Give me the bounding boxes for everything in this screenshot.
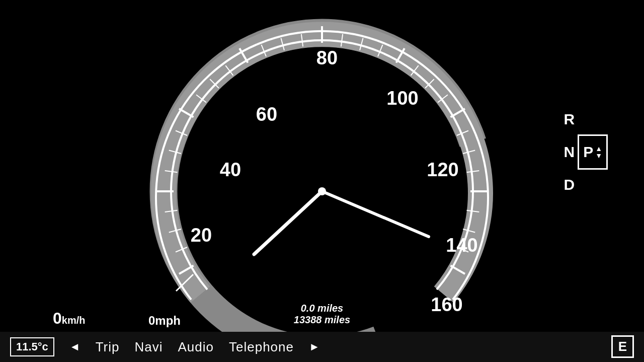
total-distance: 13388 miles <box>294 314 350 326</box>
nav-prev-button[interactable]: ◄ <box>69 340 80 353</box>
svg-text:20: 20 <box>191 225 212 246</box>
svg-text:100: 100 <box>386 88 418 109</box>
dashboard: 20 40 60 80 100 120 140 160 <box>0 0 644 362</box>
odometer-display: 0.0 miles 13388 miles <box>294 303 350 326</box>
gear-p-label: P <box>583 137 593 167</box>
svg-text:120: 120 <box>427 159 458 180</box>
gear-d: D <box>564 170 608 200</box>
trip-button[interactable]: Trip <box>96 339 120 355</box>
navi-button[interactable]: Navi <box>134 339 163 355</box>
gear-r: R <box>564 104 608 134</box>
svg-line-43 <box>322 191 429 237</box>
svg-text:40: 40 <box>220 159 241 180</box>
gear-p-box: P ▲ ▼ <box>578 134 608 170</box>
svg-text:60: 60 <box>256 104 277 125</box>
speed-mph-value: 0mph <box>148 314 181 327</box>
gear-down-arrow: ▼ <box>595 152 602 159</box>
gear-n: N <box>564 137 575 167</box>
temperature-display: 11.5°c <box>10 337 54 356</box>
nav-items: ◄ Trip Navi Audio Telephone ► <box>69 339 634 355</box>
svg-text:80: 80 <box>316 47 338 68</box>
bottom-navigation-bar: 11.5°c ◄ Trip Navi Audio Telephone ► E <box>0 332 644 362</box>
speed-kmh-value: 0 <box>53 309 62 327</box>
svg-text:140: 140 <box>446 235 477 256</box>
speed-kmh-display: 0km/h <box>53 309 85 328</box>
telephone-button[interactable]: Telephone <box>229 339 294 355</box>
e-indicator: E <box>611 335 634 358</box>
gear-indicator: R N P ▲ ▼ D <box>564 104 608 200</box>
nav-next-button[interactable]: ► <box>309 340 320 353</box>
audio-button[interactable]: Audio <box>178 339 214 355</box>
trip-distance: 0.0 miles <box>294 303 350 314</box>
speed-mph-display: 0mph <box>148 314 181 328</box>
svg-text:160: 160 <box>431 294 462 315</box>
speed-kmh-unit: km/h <box>62 315 86 326</box>
gear-up-arrow: ▲ <box>595 145 602 152</box>
gear-arrows: ▲ ▼ <box>595 145 602 159</box>
speedometer: 20 40 60 80 100 120 140 160 <box>146 5 498 347</box>
